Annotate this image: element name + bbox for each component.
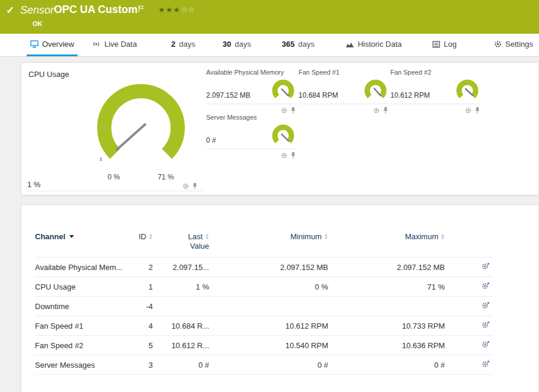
channel-minimum: 10.612 RPM	[209, 316, 328, 336]
content-area: CPU Usage x̄ 0 % 71 % 1 % Available Phys…	[0, 57, 539, 392]
header-label: Channel	[35, 232, 65, 241]
channel-id: -4	[124, 297, 153, 316]
sort-icon	[324, 233, 328, 240]
gauge-pin-icon[interactable]	[474, 105, 480, 116]
tab-bar: Overview Live Data 2 days 30 days 365 da…	[0, 34, 539, 57]
channel-settings-icon[interactable]	[482, 263, 490, 272]
channel-minimum	[209, 297, 328, 316]
small-gauge-title: Fan Speed #1	[299, 69, 389, 77]
channel-minimum: 2.097.152 MB	[209, 258, 328, 277]
small-gauge-value: 10.612 RPM	[390, 91, 430, 104]
channel-settings-icon[interactable]	[482, 282, 490, 291]
gauges-panel: CPU Usage x̄ 0 % 71 % 1 % Available Phys…	[21, 62, 539, 195]
channel-name: CPU Usage	[35, 277, 124, 297]
small-gauge-fan-speed-2: Fan Speed #2 10.612 RPM	[390, 69, 480, 116]
status-badge: OK	[33, 20, 43, 27]
small-gauge-title: Available Physical Memory	[206, 69, 296, 77]
small-gauge-fan-speed-1: Fan Speed #1 10.684 RPM	[299, 69, 389, 116]
priority-stars[interactable]: ★★★☆☆	[158, 5, 195, 14]
small-gauge-title: Server Messages	[206, 114, 296, 122]
tab-label: Live Data	[104, 40, 137, 49]
status-check-icon: ✓	[6, 4, 14, 17]
channel-settings-icon[interactable]	[482, 361, 490, 369]
tab-historic-data[interactable]: Historic Data	[342, 34, 405, 56]
channel-name: Available Physical Mem...	[35, 258, 124, 277]
table-row[interactable]: Downtime -4	[35, 297, 492, 316]
channel-maximum: 10.636 RPM	[328, 336, 445, 355]
channel-settings-icon[interactable]	[482, 341, 490, 350]
sort-icon	[441, 233, 445, 240]
channel-name: Downtime	[35, 297, 124, 316]
tab-label: Overview	[42, 40, 74, 49]
overview-monitor-icon	[30, 40, 38, 48]
gauge-pin-icon[interactable]	[290, 150, 296, 161]
sensor-header: ✓ Sensor OPC UA Custom ★★★☆☆ OK	[0, 0, 539, 34]
tab-live-data[interactable]: Live Data	[88, 34, 140, 56]
table-header-row: Channel ID LastValue Minimum Maximum	[35, 226, 492, 258]
cpu-usage-value: 1 %	[27, 180, 40, 189]
gauge-gear-icon[interactable]	[465, 105, 471, 116]
gear-icon	[494, 40, 502, 48]
gauge-min-label: 0 %	[100, 173, 128, 181]
page-title: OPC UA Custom	[54, 4, 137, 16]
tab-days-value: 30	[223, 40, 231, 49]
tab-2-days[interactable]: 2 days	[168, 34, 199, 56]
table-row[interactable]: Available Physical Mem... 2 2.097.15... …	[35, 258, 492, 277]
small-gauge-value: 10.684 RPM	[299, 91, 338, 104]
channel-maximum: 2.097.152 MB	[328, 258, 445, 277]
header-actions	[445, 226, 492, 258]
channel-name: Fan Speed #2	[35, 336, 124, 355]
tab-overview[interactable]: Overview	[27, 34, 78, 56]
channel-id: 4	[124, 316, 153, 336]
channel-id: 1	[124, 277, 153, 297]
gauge-gear-icon[interactable]	[281, 150, 287, 161]
header-label: ID	[139, 232, 146, 241]
tab-30-days[interactable]: 30 days	[219, 34, 255, 56]
tab-label: Settings	[505, 40, 533, 49]
channel-id: 5	[124, 336, 153, 355]
average-marker: x̄	[100, 156, 102, 162]
cpu-usage-title: CPU Usage	[28, 70, 69, 79]
channel-last-value: 2.097.15...	[153, 258, 209, 277]
small-gauge-value: 0 #	[206, 136, 216, 149]
sort-icon	[205, 233, 209, 240]
tab-days-value: 2	[171, 40, 175, 49]
tab-days-unit: days	[179, 40, 195, 49]
gauge-gear-icon[interactable]	[373, 105, 380, 116]
table-row[interactable]: Fan Speed #2 5 10.612 R... 10.540 RPM 10…	[35, 336, 492, 355]
header-channel[interactable]: Channel	[35, 226, 124, 258]
table-row[interactable]: Fan Speed #1 4 10.684 R... 10.612 RPM 10…	[35, 316, 492, 336]
table-row[interactable]: CPU Usage 1 1 % 0 % 71 %	[35, 277, 492, 297]
channel-settings-icon[interactable]	[482, 302, 490, 311]
channel-last-value: 0 #	[153, 355, 209, 375]
gauge-max-label: 71 %	[152, 173, 180, 181]
tab-log[interactable]: Log	[429, 34, 460, 56]
small-gauge-available-physical-memory: Available Physical Memory 2.097.152 MB	[206, 69, 296, 116]
small-gauge-dial	[454, 78, 480, 104]
channel-last-value: 10.612 R...	[153, 336, 209, 355]
channel-maximum	[328, 297, 445, 316]
channels-table: Channel ID LastValue Minimum Maximum Ava…	[35, 226, 492, 375]
sort-icon	[149, 233, 153, 240]
header-last-value[interactable]: LastValue	[153, 226, 209, 258]
header-maximum[interactable]: Maximum	[328, 226, 445, 258]
gauge-pin-icon[interactable]	[383, 105, 389, 116]
tab-365-days[interactable]: 365 days	[278, 34, 318, 56]
small-gauge-value: 2.097.152 MB	[206, 91, 251, 104]
small-gauge-server-messages: Server Messages 0 #	[206, 114, 296, 161]
header-minimum[interactable]: Minimum	[209, 226, 328, 258]
channel-id: 2	[124, 258, 153, 277]
header-id[interactable]: ID	[124, 226, 153, 258]
channel-settings-icon[interactable]	[482, 322, 490, 330]
channel-id: 3	[124, 355, 153, 375]
channel-name: Fan Speed #1	[35, 316, 124, 336]
tab-settings[interactable]: Settings	[490, 34, 537, 56]
historic-data-chart-icon	[345, 41, 354, 48]
header-label: Maximum	[405, 232, 438, 241]
flag-icon[interactable]	[138, 4, 144, 15]
channel-maximum: 10.733 RPM	[328, 316, 445, 336]
live-data-icon	[92, 40, 101, 48]
tab-days-unit: days	[298, 40, 314, 49]
channels-panel: Channel ID LastValue Minimum Maximum Ava…	[21, 204, 539, 392]
table-row[interactable]: Server Messages 3 0 # 0 # 0 #	[35, 355, 492, 375]
